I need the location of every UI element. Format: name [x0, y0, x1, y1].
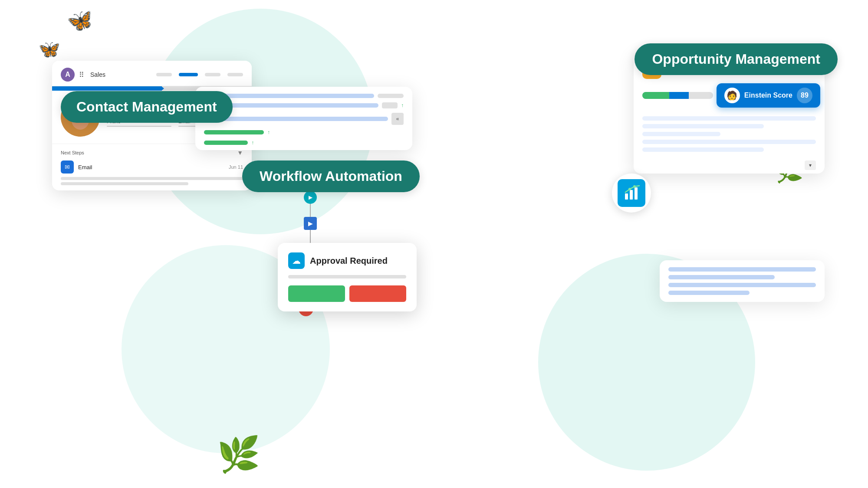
- analytics-icon-container: [612, 174, 651, 213]
- wf-green-bar-1: [204, 130, 264, 134]
- wf-row-sm-1: [378, 94, 404, 98]
- analytics-rows: [668, 267, 816, 295]
- approval-header: ☁ Approval Required: [288, 252, 406, 269]
- wf-row-5: ↑: [204, 140, 404, 146]
- wf-start-node: ▶ Start: [304, 191, 317, 204]
- next-steps-label: Next Steps: [61, 150, 84, 155]
- opp-progress-track: [642, 92, 713, 99]
- opp-row-3: [642, 132, 720, 136]
- user-avatar: A: [61, 68, 75, 82]
- svg-point-13: [633, 185, 636, 188]
- salesforce-cloud-icon: ☁: [288, 252, 305, 269]
- analytics-card: [660, 260, 825, 302]
- up-arrow-icon-2: ↑: [267, 129, 270, 135]
- wf-green-bar-2: [204, 141, 248, 145]
- einstein-label: Einstein Score: [744, 92, 792, 99]
- analytics-row-1: [668, 267, 816, 272]
- approval-title: Approval Required: [310, 256, 388, 266]
- email-item-label: Email: [78, 164, 224, 170]
- wf-row-select: [382, 102, 398, 108]
- email-item-date: Jun 11: [229, 164, 243, 170]
- wf-row-bar-2: [213, 103, 378, 108]
- einstein-avatar: 🧑: [724, 88, 740, 103]
- contact-bottom: Next Steps ▼ ✉ Email Jun 11: [52, 144, 252, 190]
- analytics-icon-bg: [612, 174, 651, 213]
- nav-bar-items: [156, 73, 243, 76]
- analytics-row-2: [668, 275, 816, 279]
- field-line-phone: [107, 126, 171, 127]
- opp-dropdown: ▾: [634, 159, 825, 174]
- badge-opportunity-label: Opportunity Management: [652, 51, 820, 67]
- opp-row-4: [642, 140, 816, 144]
- butterfly-icon-2: 🦋: [37, 38, 61, 60]
- text-line-2: [61, 182, 188, 185]
- svg-rect-10: [630, 190, 633, 200]
- badge-contact-label: Contact Management: [76, 99, 217, 115]
- email-icon: ✉: [61, 160, 74, 174]
- analytics-bar-1: [668, 267, 816, 272]
- opp-progress-green: [642, 92, 669, 99]
- email-list-item: ✉ Email Jun 11: [61, 160, 243, 174]
- analytics-bar-2: [668, 275, 775, 279]
- svg-rect-9: [625, 193, 628, 200]
- text-lines: [61, 177, 243, 185]
- opp-dropdown-button[interactable]: ▾: [805, 160, 816, 170]
- approve-button[interactable]: [288, 285, 345, 302]
- nav-bar-item-3: [227, 73, 243, 76]
- wf-row-1: [204, 94, 404, 98]
- opp-row-5: [642, 147, 764, 152]
- svg-rect-11: [635, 187, 638, 200]
- dropdown-icon[interactable]: ▼: [237, 149, 243, 156]
- nav-label: Sales: [90, 71, 105, 78]
- analytics-bar-3: [668, 283, 816, 287]
- reject-button[interactable]: [349, 285, 406, 302]
- wf-connector-v1: [310, 204, 311, 217]
- nav-bar-item-1: [156, 73, 172, 76]
- wf-row-4: ↑: [204, 129, 404, 135]
- opp-placeholder-rows: [634, 113, 825, 159]
- contact-management-badge: Contact Management: [61, 91, 233, 123]
- wf-row-3: «: [204, 113, 404, 125]
- opp-progress-blue: [669, 92, 689, 99]
- opp-row-2: [642, 124, 764, 128]
- opp-progress-row: 🧑 Einstein Score 89: [634, 83, 825, 113]
- wf-arrow-node: ▶: [304, 217, 317, 230]
- nav-bar-item-2: [205, 73, 220, 76]
- nav-bar-item-active: [179, 73, 198, 76]
- svg-point-12: [628, 188, 631, 190]
- wf-arrow-btn[interactable]: «: [391, 113, 404, 125]
- grid-icon: ⠿: [79, 71, 84, 79]
- einstein-score-badge: 🧑 Einstein Score 89: [717, 83, 820, 108]
- analytics-icon: [618, 179, 645, 207]
- wf-row-2: ! ↑: [204, 102, 404, 108]
- card-nav-header: A ⠿ Sales: [52, 61, 252, 86]
- opportunity-management-badge: Opportunity Management: [635, 43, 838, 75]
- analytics-bar-4: [668, 291, 750, 295]
- analytics-row-4: [668, 291, 816, 295]
- butterfly-icon-1: 🦋: [66, 7, 95, 35]
- next-steps-header: Next Steps ▼: [61, 149, 243, 156]
- approval-dialog: ☁ Approval Required: [278, 243, 417, 311]
- opp-row-1: [642, 116, 816, 121]
- workflow-automation-badge: Workflow Automation: [242, 160, 420, 192]
- plant-decoration-left: 🌿: [217, 434, 260, 475]
- progress-bar-fill: [52, 86, 162, 91]
- wf-play-button: ▶: [304, 191, 317, 204]
- text-line-1: [61, 177, 243, 180]
- analytics-row-3: [668, 283, 816, 287]
- einstein-score-number: 89: [797, 88, 812, 103]
- up-arrow-icon-3: ↑: [251, 140, 254, 146]
- approval-buttons: [288, 285, 406, 302]
- wf-row-bar-3: [204, 117, 388, 121]
- approval-bar: [288, 275, 406, 278]
- up-arrow-icon: ↑: [401, 102, 404, 108]
- badge-workflow-label: Workflow Automation: [260, 168, 402, 184]
